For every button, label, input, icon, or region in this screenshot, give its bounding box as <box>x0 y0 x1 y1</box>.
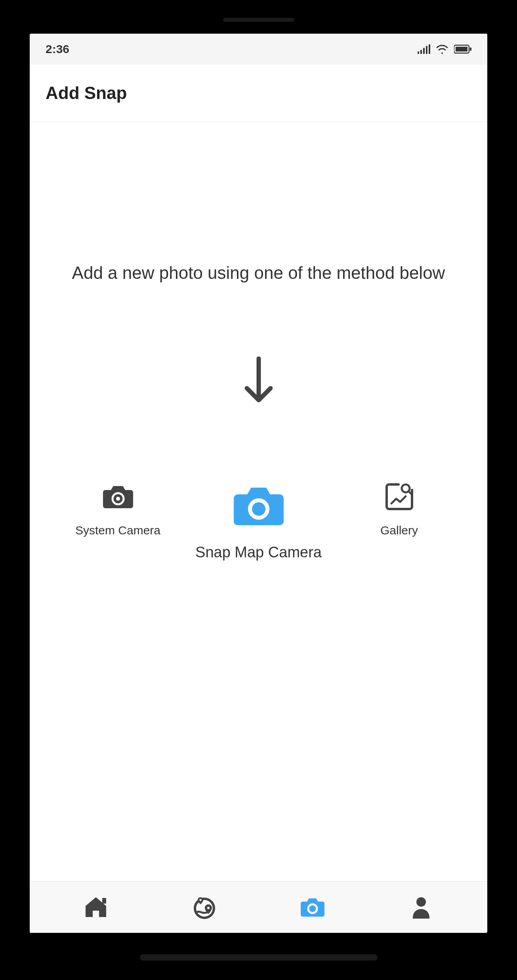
person-icon <box>410 896 432 919</box>
snap-map-camera-button[interactable]: Snap Map Camera <box>194 481 323 562</box>
system-camera-label: System Camera <box>75 522 160 539</box>
home-indicator <box>140 954 378 961</box>
map-pin-globe-icon <box>193 896 216 919</box>
gallery-search-icon <box>383 481 415 513</box>
svg-rect-14 <box>102 898 106 904</box>
nav-profile-button[interactable] <box>367 896 475 919</box>
app-header: Add Snap <box>30 65 487 122</box>
svg-rect-7 <box>470 48 471 51</box>
bottom-nav <box>30 881 487 933</box>
camera-active-icon <box>300 897 325 918</box>
svg-rect-4 <box>429 44 430 54</box>
status-icons <box>418 44 471 54</box>
nav-home-button[interactable] <box>42 896 150 918</box>
options-row: System Camera Snap Map Camera <box>53 481 464 562</box>
snap-map-camera-label: Snap Map Camera <box>195 542 322 562</box>
nav-camera-button[interactable] <box>259 897 367 918</box>
device-frame: 2:36 <box>0 0 517 980</box>
status-bar: 2:36 <box>30 34 487 65</box>
cellular-signal-icon <box>418 44 430 54</box>
gallery-button[interactable]: Gallery <box>335 481 464 562</box>
wifi-icon <box>436 44 448 54</box>
camera-icon <box>102 481 134 513</box>
home-icon <box>84 896 108 918</box>
page-title: Add Snap <box>46 83 127 103</box>
instruction-text: Add a new photo using one of the method … <box>64 261 453 285</box>
system-camera-button[interactable]: System Camera <box>53 481 182 562</box>
svg-rect-0 <box>418 51 419 54</box>
svg-point-17 <box>207 907 210 909</box>
svg-rect-3 <box>426 46 427 54</box>
svg-rect-2 <box>423 48 425 54</box>
device-speaker <box>223 18 294 22</box>
svg-point-16 <box>199 899 201 901</box>
arrow-down-icon <box>241 357 277 406</box>
gallery-label: Gallery <box>380 522 418 539</box>
camera-accent-icon <box>233 481 284 532</box>
battery-icon <box>454 44 471 54</box>
nav-map-button[interactable] <box>150 896 259 919</box>
content-area: Add a new photo using one of the method … <box>30 122 487 881</box>
screen: 2:36 <box>30 34 487 933</box>
svg-rect-1 <box>420 50 422 54</box>
svg-point-10 <box>116 497 120 501</box>
svg-point-19 <box>416 897 426 907</box>
svg-rect-6 <box>456 47 467 51</box>
status-time: 2:36 <box>46 42 69 56</box>
